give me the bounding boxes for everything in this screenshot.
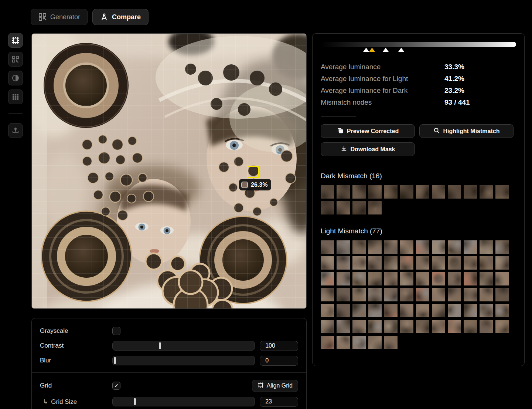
mismatch-thumbnail[interactable]: [384, 320, 398, 333]
mismatch-thumbnail[interactable]: [416, 304, 429, 317]
selected-node-outline[interactable]: [247, 166, 259, 178]
grid-checkbox[interactable]: ✓: [112, 382, 120, 390]
mismatch-thumbnail[interactable]: [480, 320, 493, 333]
mismatch-thumbnail[interactable]: [432, 304, 445, 317]
mismatch-thumbnail[interactable]: [400, 185, 413, 199]
grid-size-slider-thumb[interactable]: [134, 398, 136, 405]
mismatch-thumbnail[interactable]: [495, 272, 509, 285]
mismatch-thumbnail[interactable]: [495, 288, 509, 301]
mismatch-thumbnail[interactable]: [368, 272, 382, 285]
mismatch-thumbnail[interactable]: [464, 288, 477, 301]
mismatch-thumbnail[interactable]: [321, 272, 334, 285]
mismatch-thumbnail[interactable]: [495, 256, 509, 270]
mismatch-thumbnail[interactable]: [416, 240, 429, 254]
mismatch-thumbnail[interactable]: [321, 256, 334, 270]
mismatch-thumbnail[interactable]: [432, 185, 445, 199]
mismatch-thumbnail[interactable]: [400, 304, 413, 317]
mismatch-thumbnail[interactable]: [448, 240, 461, 254]
mismatch-thumbnail[interactable]: [464, 256, 477, 270]
mismatch-thumbnail[interactable]: [321, 336, 334, 349]
mismatch-thumbnail[interactable]: [384, 304, 398, 317]
mismatch-thumbnail[interactable]: [400, 320, 413, 333]
compare-canvas[interactable]: 26.3%: [31, 33, 307, 309]
mismatch-thumbnail[interactable]: [352, 240, 366, 254]
mismatch-thumbnail[interactable]: [337, 336, 350, 349]
mismatch-thumbnail[interactable]: [448, 185, 461, 199]
mismatch-thumbnail[interactable]: [480, 272, 493, 285]
mismatch-thumbnail[interactable]: [416, 320, 429, 333]
mismatch-thumbnail[interactable]: [448, 256, 461, 270]
grid-tool-button[interactable]: [8, 89, 23, 104]
mismatch-thumbnail[interactable]: [337, 185, 350, 199]
highlight-mismatch-button[interactable]: Highlight Mistmatch: [419, 124, 514, 138]
mismatch-thumbnail[interactable]: [464, 272, 477, 285]
mismatch-thumbnail[interactable]: [432, 256, 445, 270]
mismatch-thumbnail[interactable]: [337, 201, 350, 214]
mismatch-thumbnail[interactable]: [337, 288, 350, 301]
mismatch-thumbnail[interactable]: [368, 336, 382, 349]
mismatch-thumbnail[interactable]: [352, 256, 366, 270]
mismatch-thumbnail[interactable]: [480, 240, 493, 254]
mismatch-thumbnail[interactable]: [352, 320, 366, 333]
mismatch-thumbnail[interactable]: [464, 185, 477, 199]
mismatch-thumbnail[interactable]: [480, 304, 493, 317]
mismatch-thumbnail[interactable]: [337, 240, 350, 254]
mismatch-thumbnail[interactable]: [448, 320, 461, 333]
mismatch-thumbnail[interactable]: [480, 256, 493, 270]
mismatch-thumbnail[interactable]: [495, 304, 509, 317]
preview-corrected-button[interactable]: Preview Corrected: [321, 124, 415, 138]
mismatch-thumbnail[interactable]: [432, 320, 445, 333]
mismatch-thumbnail[interactable]: [368, 240, 382, 254]
mismatch-thumbnail[interactable]: [400, 288, 413, 301]
mismatch-thumbnail[interactable]: [368, 288, 382, 301]
blur-slider[interactable]: [112, 356, 255, 365]
mismatch-thumbnail[interactable]: [416, 272, 429, 285]
mismatch-thumbnail[interactable]: [480, 288, 493, 301]
mismatch-thumbnail[interactable]: [384, 256, 398, 270]
mismatch-thumbnail[interactable]: [352, 201, 366, 214]
mismatch-thumbnail[interactable]: [384, 185, 398, 199]
grid-size-value[interactable]: 23: [260, 397, 298, 407]
align-grid-button[interactable]: Align Grid: [252, 380, 298, 392]
mismatch-thumbnail[interactable]: [464, 304, 477, 317]
mismatch-thumbnail[interactable]: [321, 201, 334, 214]
mismatch-thumbnail[interactable]: [416, 288, 429, 301]
mismatch-thumbnail[interactable]: [337, 304, 350, 317]
mismatch-thumbnail[interactable]: [321, 288, 334, 301]
mismatch-thumbnail[interactable]: [432, 288, 445, 301]
mismatch-thumbnail[interactable]: [416, 185, 429, 199]
mismatch-thumbnail[interactable]: [321, 320, 334, 333]
mismatch-thumbnail[interactable]: [495, 320, 509, 333]
mismatch-thumbnail[interactable]: [384, 288, 398, 301]
frame-tool-button[interactable]: [8, 33, 23, 48]
mismatch-thumbnail[interactable]: [352, 304, 366, 317]
mismatch-thumbnail[interactable]: [384, 240, 398, 254]
mismatch-thumbnail[interactable]: [368, 185, 382, 199]
contrast-slider[interactable]: [112, 341, 255, 351]
contrast-slider-thumb[interactable]: [159, 342, 161, 349]
mismatch-thumbnail[interactable]: [352, 272, 366, 285]
mismatch-thumbnail[interactable]: [352, 185, 366, 199]
mismatch-thumbnail[interactable]: [384, 336, 398, 349]
mismatch-thumbnail[interactable]: [448, 304, 461, 317]
mismatch-thumbnail[interactable]: [321, 240, 334, 254]
mismatch-thumbnail[interactable]: [337, 256, 350, 270]
upload-tool-button[interactable]: [8, 123, 23, 138]
mismatch-thumbnail[interactable]: [400, 256, 413, 270]
mismatch-thumbnail[interactable]: [337, 272, 350, 285]
blur-value[interactable]: 0: [260, 356, 298, 366]
grid-size-slider[interactable]: [112, 397, 255, 406]
mismatch-thumbnail[interactable]: [384, 272, 398, 285]
mismatch-thumbnail[interactable]: [352, 288, 366, 301]
mismatch-thumbnail[interactable]: [337, 320, 350, 333]
mismatch-thumbnail[interactable]: [368, 201, 382, 214]
mismatch-thumbnail[interactable]: [432, 272, 445, 285]
blur-slider-thumb[interactable]: [114, 357, 116, 364]
contrast-tool-button[interactable]: [8, 71, 23, 85]
mismatch-thumbnail[interactable]: [400, 240, 413, 254]
mismatch-thumbnail[interactable]: [368, 320, 382, 333]
mismatch-thumbnail[interactable]: [368, 304, 382, 317]
mismatch-thumbnail[interactable]: [448, 288, 461, 301]
tab-compare[interactable]: Compare: [92, 9, 149, 25]
mismatch-thumbnail[interactable]: [495, 240, 509, 254]
